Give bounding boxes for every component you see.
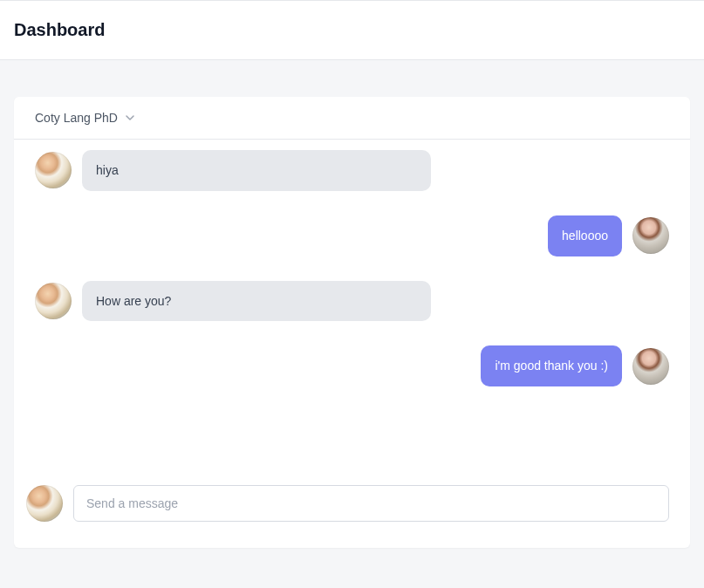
chat-header[interactable]: Coty Lang PhD xyxy=(14,97,690,140)
page-title: Dashboard xyxy=(14,20,690,40)
avatar xyxy=(632,348,669,385)
chevron-down-icon xyxy=(125,113,135,123)
contact-name: Coty Lang PhD xyxy=(35,111,118,125)
message-bubble: i'm good thank you :) xyxy=(481,345,622,386)
chat-card: Coty Lang PhD hiya helloooo How are you?… xyxy=(14,97,690,548)
avatar xyxy=(26,485,63,522)
avatar xyxy=(35,283,72,319)
message-row: hiya xyxy=(35,150,669,191)
message-row: How are you? xyxy=(35,281,669,322)
message-bubble: helloooo xyxy=(548,215,622,256)
content: Coty Lang PhD hiya helloooo How are you?… xyxy=(0,60,704,562)
message-bubble: hiya xyxy=(82,150,431,191)
page-header: Dashboard xyxy=(0,0,704,60)
avatar xyxy=(35,152,72,188)
message-input[interactable] xyxy=(73,485,669,522)
avatar xyxy=(632,217,669,254)
composer xyxy=(14,471,690,548)
message-bubble: How are you? xyxy=(82,281,431,322)
message-row: i'm good thank you :) xyxy=(35,345,669,386)
chat-body: hiya helloooo How are you? i'm good than… xyxy=(14,140,690,471)
message-row: helloooo xyxy=(35,215,669,256)
